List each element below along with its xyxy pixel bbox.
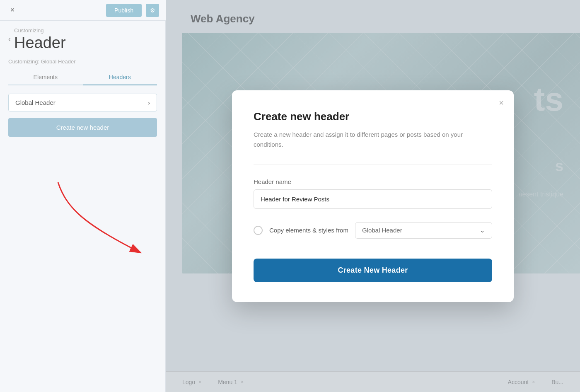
modal-divider	[254, 165, 492, 165]
header-title: Header	[14, 34, 66, 52]
modal-overlay: × Create new header Create a new header …	[166, 0, 580, 392]
create-new-header-button[interactable]: Create new header	[8, 118, 157, 137]
global-header-dropdown-label: Global Header	[15, 99, 56, 106]
close-button[interactable]: ×	[7, 5, 18, 16]
chevron-down-icon: ⌄	[480, 227, 485, 234]
copy-source-dropdown[interactable]: Global Header ⌄	[355, 222, 492, 239]
copy-label: Copy elements & styles from	[269, 227, 348, 234]
global-header-dropdown[interactable]: Global Header ›	[8, 94, 157, 111]
create-new-header-submit-button[interactable]: Create New Header	[254, 259, 492, 282]
global-header-label: Customizing: Global Header	[8, 58, 157, 65]
copy-row: Copy elements & styles from Global Heade…	[254, 222, 492, 239]
header-name-input[interactable]	[254, 189, 492, 209]
publish-button[interactable]: Publish	[106, 4, 142, 17]
gear-icon: ⚙	[150, 7, 155, 14]
title-block: Customizing Header	[14, 27, 66, 52]
chevron-right-icon: ›	[148, 99, 150, 106]
back-row: ‹ Customizing Header	[8, 27, 157, 52]
header-name-label: Header name	[254, 178, 492, 185]
copy-radio[interactable]	[254, 226, 263, 235]
tab-headers[interactable]: Headers	[83, 70, 157, 85]
back-arrow-icon[interactable]: ‹	[8, 35, 11, 44]
customizing-label: Customizing	[14, 27, 66, 34]
modal-title: Create new header	[254, 110, 492, 123]
top-bar: × Publish ⚙	[0, 0, 166, 21]
sidebar-content: ‹ Customizing Header Customizing: Global…	[0, 21, 165, 143]
modal-close-button[interactable]: ×	[499, 99, 504, 107]
sidebar-tabs: Elements Headers	[8, 70, 157, 85]
copy-source-value: Global Header	[362, 227, 402, 234]
settings-button[interactable]: ⚙	[146, 4, 159, 17]
modal-description: Create a new header and assign it to dif…	[254, 130, 492, 150]
create-header-modal: × Create new header Create a new header …	[232, 90, 514, 302]
tab-elements[interactable]: Elements	[8, 70, 83, 85]
sidebar: × Publish ⚙ ‹ Customizing Header Customi…	[0, 0, 166, 392]
